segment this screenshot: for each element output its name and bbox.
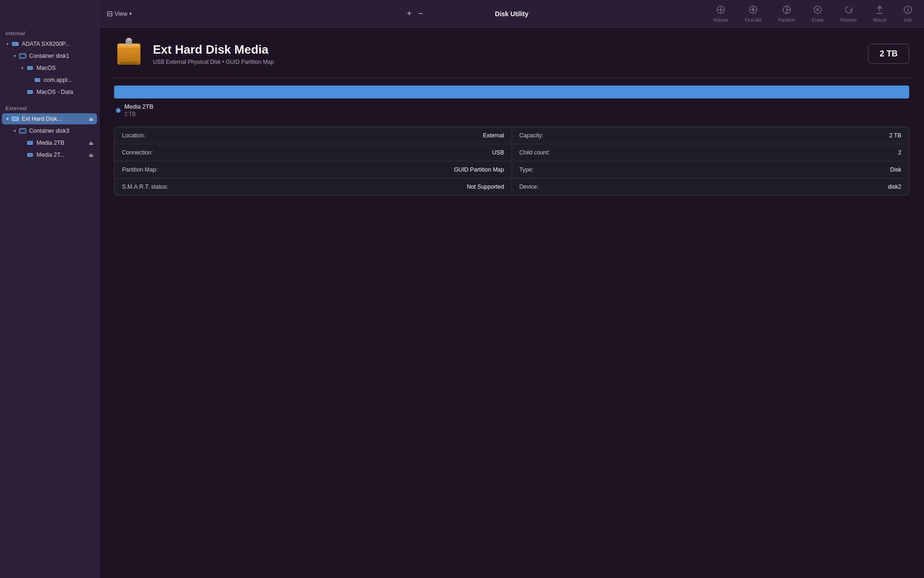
sidebar-item-label: Container disk1	[29, 53, 69, 59]
svg-rect-10	[28, 91, 32, 93]
svg-rect-38	[117, 48, 140, 50]
restore-label: Restore	[840, 18, 857, 23]
sidebar-item-label: Media 2T...	[36, 152, 87, 158]
sidebar: Internal ADATA SX8200P... Container disk…	[0, 0, 99, 578]
info-value: External	[483, 132, 504, 139]
table-row: Connection: USB Child count: 2	[115, 144, 909, 161]
toolbar-actions: Volume First Aid	[709, 3, 917, 25]
info-table: Location: External Capacity: 2 TB Connec…	[114, 127, 909, 196]
sidebar-toggle-icon[interactable]: ⊟	[107, 9, 113, 18]
info-cell: Capacity: 2 TB	[511, 127, 909, 144]
restore-action[interactable]: Restore	[837, 3, 860, 25]
view-chevron-icon[interactable]: ▾	[129, 11, 132, 16]
sidebar-item-label: com.appl...	[44, 77, 72, 83]
mount-action[interactable]: Mount	[869, 3, 890, 25]
partition-bar	[114, 86, 909, 98]
chevron-icon	[4, 115, 11, 123]
drive-icon	[11, 115, 19, 123]
divider	[114, 78, 909, 78]
sidebar-item-label: MacOS - Data	[36, 89, 73, 95]
svg-rect-17	[28, 142, 32, 144]
volume-icon	[26, 64, 34, 72]
sidebar-item-com-apple[interactable]: com.appl...	[2, 74, 97, 86]
partition-size: 2 TB	[124, 111, 153, 117]
add-button[interactable]: +	[404, 8, 414, 19]
erase-icon	[813, 5, 823, 16]
sidebar-item-container3[interactable]: Container disk3	[2, 125, 97, 136]
info-cell: Partition Map: GUID Partition Map	[115, 161, 511, 178]
restore-icon	[844, 5, 854, 16]
info-value: Disk	[890, 166, 901, 173]
mount-icon	[875, 5, 885, 16]
disk-name: Ext Hard Disk Media	[153, 43, 868, 57]
disk-header: Ext Hard Disk Media USB External Physica…	[114, 39, 909, 68]
first-aid-label: First Aid	[745, 18, 761, 23]
partition-label-group: Media 2TB 2 TB	[124, 103, 153, 117]
volume-label: Volume	[713, 18, 728, 23]
sidebar-item-macos-data[interactable]: MacOS - Data	[2, 86, 97, 98]
sidebar-item-container1[interactable]: Container disk1	[2, 50, 97, 61]
volume-icon	[26, 151, 34, 159]
chevron-icon	[4, 40, 11, 48]
sidebar-item-macos[interactable]: MacOS	[2, 62, 97, 74]
svg-rect-6	[28, 67, 32, 69]
volume-action[interactable]: Volume	[709, 3, 732, 25]
main-area: ⊟ View ▾ + − Disk Utility Volume	[99, 0, 924, 578]
svg-point-13	[17, 118, 18, 119]
info-value: 2 TB	[889, 132, 901, 139]
info-action[interactable]: Info	[899, 3, 917, 25]
info-value: USB	[492, 149, 504, 156]
info-label: Location:	[122, 132, 146, 139]
info-label: S.M.A.R.T. status:	[122, 184, 168, 190]
info-label: Connection:	[122, 149, 153, 156]
remove-button[interactable]: −	[415, 8, 426, 19]
svg-point-2	[17, 43, 18, 44]
first-aid-icon	[748, 5, 758, 16]
mount-label: Mount	[873, 18, 886, 23]
info-cell: Child count: 2	[511, 144, 909, 161]
partition-icon	[782, 5, 792, 16]
volume-icon	[26, 139, 34, 147]
add-remove-controls: + −	[404, 8, 426, 19]
info-icon	[903, 5, 913, 16]
partition-labels: Media 2TB 2 TB	[114, 103, 909, 117]
info-label: Info	[904, 18, 912, 23]
eject-icon[interactable]: ⏏	[89, 140, 93, 146]
table-row: Partition Map: GUID Partition Map Type: …	[115, 161, 909, 178]
volume-icon	[26, 88, 34, 96]
info-cell: Location: External	[115, 127, 511, 144]
sidebar-item-media2t[interactable]: Media 2T... ⏏	[2, 149, 97, 160]
svg-rect-42	[119, 44, 139, 46]
partition-action[interactable]: Partition	[774, 3, 799, 25]
svg-rect-8	[36, 79, 39, 81]
info-value: GUID Partition Map	[454, 166, 504, 173]
container-icon	[18, 52, 27, 60]
disk-info: Ext Hard Disk Media USB External Physica…	[153, 43, 868, 65]
sidebar-item-label: ADATA SX8200P...	[22, 41, 70, 47]
info-value: Not Supported	[467, 184, 504, 190]
disk-subtitle: USB External Physical Disk • GUID Partit…	[153, 59, 868, 65]
disk-size-badge: 2 TB	[868, 44, 909, 64]
partition-name: Media 2TB	[124, 103, 153, 110]
sidebar-item-media2tb[interactable]: Media 2TB ⏏	[2, 137, 97, 148]
svg-rect-15	[20, 129, 25, 132]
info-label: Capacity:	[519, 132, 543, 139]
info-value: disk2	[888, 184, 901, 190]
erase-action[interactable]: Erase	[808, 3, 827, 25]
eject-icon[interactable]: ⏏	[89, 152, 93, 158]
toolbar: ⊟ View ▾ + − Disk Utility Volume	[99, 0, 924, 28]
chevron-icon	[18, 64, 26, 72]
volume-icon	[33, 76, 42, 84]
first-aid-action[interactable]: First Aid	[741, 3, 765, 25]
view-label[interactable]: View	[115, 10, 128, 17]
sidebar-item-ext-disk[interactable]: Ext Hard Disk... ⏏	[2, 113, 97, 124]
svg-point-34	[907, 8, 908, 9]
internal-section-label: Internal	[0, 28, 99, 38]
view-control[interactable]: ⊟ View ▾	[107, 9, 132, 18]
info-cell: Device: disk2	[511, 178, 909, 195]
eject-icon[interactable]: ⏏	[89, 116, 93, 122]
info-label: Device:	[519, 184, 539, 190]
info-label: Type:	[519, 166, 534, 173]
sidebar-item-adata[interactable]: ADATA SX8200P...	[2, 38, 97, 49]
info-value: 2	[898, 149, 901, 156]
